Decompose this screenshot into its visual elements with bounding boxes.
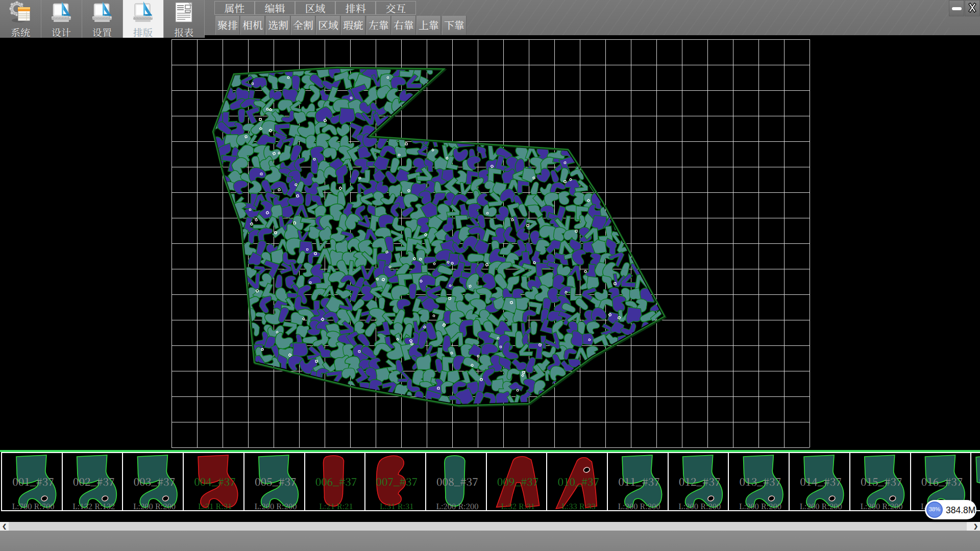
svg-text:007_#37: 007_#37 (376, 473, 418, 489)
svg-text:010_#37: 010_#37 (557, 473, 599, 489)
svg-text:L:21 R:21: L:21 R:21 (319, 500, 353, 511)
svg-text:L:200 R:200: L:200 R:200 (618, 500, 660, 511)
svg-text:L:200 R:200: L:200 R:200 (860, 500, 902, 511)
svg-text:L:33 R:33: L:33 R:33 (561, 500, 596, 511)
svg-text:009_#37: 009_#37 (497, 473, 539, 489)
svg-text:014_#37: 014_#37 (800, 473, 842, 489)
svg-text:L:200 R:200: L:200 R:200 (436, 500, 478, 511)
svg-text:004_#37: 004_#37 (194, 473, 236, 489)
svg-text:005_#37: 005_#37 (255, 473, 297, 489)
svg-text:L:200 R:200: L:200 R:200 (133, 500, 176, 511)
svg-text:003_#37: 003_#37 (134, 473, 176, 489)
svg-text:008_#37: 008_#37 (436, 473, 478, 489)
svg-text:016_#37: 016_#37 (921, 473, 963, 489)
svg-text:013_#37: 013_#37 (740, 473, 781, 489)
svg-text:L:31 R:31: L:31 R:31 (380, 500, 414, 511)
svg-text:L:132 R:132: L:132 R:132 (72, 500, 115, 511)
svg-text:002_#37: 002_#37 (73, 473, 115, 489)
svg-text:L:31 R:31: L:31 R:31 (198, 500, 232, 511)
svg-text:015_#37: 015_#37 (861, 473, 902, 489)
svg-text:L:200 R:200: L:200 R:200 (678, 500, 721, 511)
svg-text:L:32 R:31: L:32 R:31 (501, 500, 535, 511)
svg-text:012_#37: 012_#37 (679, 473, 721, 489)
svg-text:006_#37: 006_#37 (315, 473, 357, 489)
svg-text:011_#37: 011_#37 (618, 473, 660, 489)
svg-text:L:700 R:700: L:700 R:700 (12, 500, 54, 511)
svg-text:L:200 R:200: L:200 R:200 (799, 500, 842, 511)
svg-text:L:200 R:200: L:200 R:200 (254, 500, 297, 511)
svg-text:001_#37: 001_#37 (12, 473, 54, 489)
svg-text:L:200 R:200: L:200 R:200 (739, 500, 781, 511)
